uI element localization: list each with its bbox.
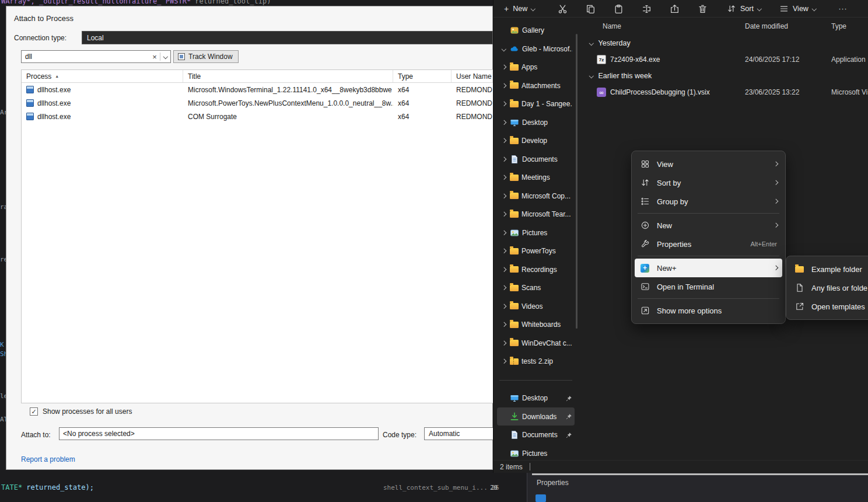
onedrive-cloud-icon [510,44,519,54]
sidebar-item-scans[interactable]: Scans [497,279,575,297]
submenu-item-any-files[interactable]: Any files or folde [789,278,868,297]
share-button[interactable] [660,2,688,16]
sidebar-item-desktop[interactable]: Desktop [497,113,575,131]
column-header-process[interactable]: Process▲ [22,70,183,82]
report-problem-link[interactable]: Report a problem [21,455,75,463]
code-type-dropdown[interactable]: Automatic [424,427,494,440]
menu-item-new[interactable]: New [635,216,782,235]
clear-filter-icon[interactable]: × [149,53,160,61]
code-type-label: Code type: [383,431,416,439]
chevron-right-icon [502,231,506,235]
sidebar-item-onedrive[interactable]: Gleb - Microsof... [497,40,575,58]
sidebar-item-whiteboards[interactable]: Whiteboards [497,316,575,334]
trash-icon [698,4,708,14]
zip-folder-icon [510,358,519,365]
chevron-right-icon [502,194,506,198]
sidebar-scrollbar[interactable] [576,34,578,329]
chevron-right-icon [502,322,506,327]
show-more-icon [640,306,650,316]
track-window-button[interactable]: Track Window [173,50,239,63]
file-row-vsix[interactable]: ∞ ChildProcessDebugging (1).vsix 23/06/2… [578,84,868,100]
menu-item-new-plus[interactable]: + New+ [635,259,782,277]
column-name[interactable]: Name [578,22,745,30]
sidebar-item-recordings[interactable]: Recordings [497,260,575,278]
sort-button[interactable]: Sort [727,2,761,16]
column-header-username[interactable]: User Name [452,70,493,82]
document-icon [510,155,519,164]
process-filter-input[interactable] [22,53,149,61]
file-row-7z[interactable]: 7z 7z2409-x64.exe 24/06/2025 17:12 Appli… [578,51,868,68]
process-window-icon [26,99,34,107]
cut-button[interactable] [548,2,576,16]
chevron-right-icon [502,359,506,364]
pin-icon [566,413,572,420]
checkbox-checked-icon: ✓ [30,407,38,416]
sidebar-item-tests-zip[interactable]: tests 2.zip [497,353,575,371]
chevron-right-icon [502,341,506,346]
connection-type-label: Connection type: [14,34,66,42]
copy-button[interactable] [576,2,604,16]
new-button[interactable]: + New [499,2,540,16]
rename-button[interactable] [632,2,660,16]
connection-type-dropdown[interactable]: Local [82,31,493,44]
sidebar-item-apps[interactable]: Apps [497,58,575,76]
attach-to-input[interactable] [59,427,379,440]
sidebar-item-microsoft-copilot[interactable]: Microsoft Cop... [497,187,575,205]
menu-item-group-by[interactable]: Group by [635,192,782,211]
submenu-item-open-templates[interactable]: Open templates [789,297,868,316]
sidebar-pinned-desktop[interactable]: Desktop [497,389,575,407]
sidebar-item-powertoys[interactable]: PowerToys [497,242,575,260]
document-icon [510,430,519,440]
sidebar-item-attachments[interactable]: Attachments [497,76,575,95]
show-all-users-checkbox[interactable]: ✓ Show processes for all users [30,407,132,416]
process-row[interactable]: dllhost.exe Microsoft.PowerToys.NewPlusC… [22,96,493,110]
group-header-yesterday[interactable]: Yesterday [578,35,868,51]
sidebar-item-documents[interactable]: Documents [497,150,575,168]
column-header-title[interactable]: Title [183,70,393,82]
paste-button[interactable] [604,2,632,16]
code-editor-bottom-line: TATE* returned_state); [1,483,94,491]
sidebar-pinned-pictures[interactable]: Pictures [497,444,575,460]
process-row[interactable]: dllhost.exe Microsoft.WindowsTerminal_1.… [22,83,493,96]
sort-icon [640,178,650,188]
menu-separator [638,298,779,299]
column-type[interactable]: Type [831,22,868,30]
scissors-icon [558,4,568,14]
menu-item-view[interactable]: View [635,155,782,173]
filter-dropdown-button[interactable] [160,55,170,58]
connection-type-value: Local [87,34,104,42]
sidebar-item-pictures[interactable]: Pictures [497,224,575,242]
codelens-reference[interactable]: shell_context_sub_menu_i... 26 [383,484,499,491]
sidebar-item-gallery[interactable]: Gallery [497,22,575,40]
more-options-button[interactable]: ··· [835,2,851,16]
new-plus-submenu: Example folder Any files or folde Open t… [786,256,868,320]
chevron-right-icon [502,175,506,180]
process-row[interactable]: dllhost.exe COM Surrogate x64 REDMOND [22,110,493,123]
sidebar-item-windevchat[interactable]: WinDevChat c... [497,334,575,352]
sidebar-item-meetings[interactable]: Meetings [497,169,575,187]
menu-item-show-more-options[interactable]: Show more options [635,301,782,320]
folder-icon [510,101,519,107]
grid-view-icon [640,159,650,169]
menu-item-open-in-terminal[interactable]: Open in Terminal [635,277,782,296]
group-header-earlier-this-week[interactable]: Earlier this week [578,68,868,84]
menu-separator [638,256,779,256]
sidebar-item-videos[interactable]: Videos [497,297,575,315]
status-separator [530,463,530,470]
column-header-type[interactable]: Type [393,70,452,82]
sidebar-item-develop[interactable]: Develop [497,132,575,150]
menu-item-properties[interactable]: Properties Alt+Enter [635,235,782,253]
column-date-modified[interactable]: Date modified [745,22,831,30]
delete-button[interactable] [688,2,716,16]
view-button[interactable]: View [779,2,816,16]
sidebar-pinned-downloads[interactable]: Downloads [497,407,575,426]
share-icon [670,4,680,14]
sidebar-pinned-documents[interactable]: Documents [497,426,575,444]
sidebar-item-microsoft-teams[interactable]: Microsoft Tear... [497,205,575,224]
splitter-handle[interactable] [532,473,868,475]
menu-item-sort-by[interactable]: Sort by [635,173,782,192]
chevron-right-icon [502,83,506,88]
visual-studio-vsix-icon: ∞ [597,88,606,97]
sidebar-item-day1[interactable]: Day 1 - Sangee... [497,95,575,113]
submenu-item-example-folder[interactable]: Example folder [789,260,868,278]
